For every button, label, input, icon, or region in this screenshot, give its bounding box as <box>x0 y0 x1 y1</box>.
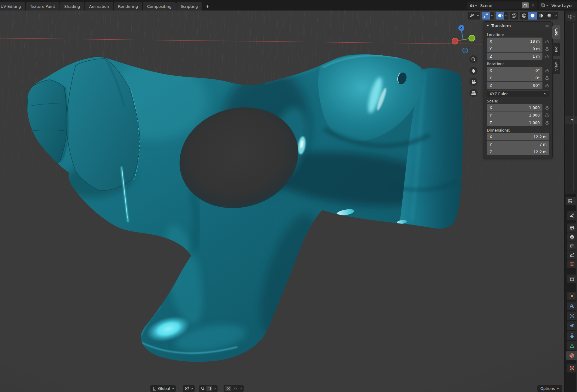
tab-scripting[interactable]: Scripting <box>176 2 202 11</box>
model-mesh[interactable] <box>27 54 463 362</box>
view-layer-name[interactable]: View Layer <box>550 3 573 8</box>
shading-material-preview-icon[interactable] <box>537 12 545 20</box>
dimensions-label: Dimensions: <box>487 127 549 133</box>
properties-tab-object[interactable] <box>567 292 577 300</box>
properties-editor-type-button[interactable] <box>566 197 576 205</box>
properties-tab-tool[interactable] <box>567 211 577 220</box>
sidebar-tab-tool[interactable]: Tool <box>552 43 560 56</box>
collapse-triangle-icon[interactable] <box>486 25 489 26</box>
panel-grip-icon[interactable] <box>545 25 549 27</box>
pan-button[interactable] <box>469 67 478 75</box>
physics-orbit-icon <box>569 323 575 328</box>
chevron-down-icon[interactable] <box>554 12 558 20</box>
chevron-down-icon[interactable] <box>490 12 494 20</box>
dimensions-z-field[interactable]: Z12.2 m <box>487 148 549 155</box>
outliner-editor-type-button[interactable] <box>566 13 576 21</box>
lock-icon[interactable] <box>545 68 549 72</box>
tab-rendering[interactable]: Rendering <box>114 2 142 11</box>
tab-animation[interactable]: Animation <box>85 2 113 11</box>
chevron-down-icon[interactable] <box>213 388 216 390</box>
sidebar-tab-view[interactable]: View <box>552 59 560 74</box>
rotation-z-field[interactable]: Z90° <box>487 82 542 89</box>
gizmo-x-axis-ball[interactable] <box>452 38 458 44</box>
3d-viewport[interactable]: Z <box>0 11 564 392</box>
properties-tab-world[interactable] <box>567 260 577 268</box>
rotation-mode-dropdown[interactable]: XYZ Euler <box>487 90 549 97</box>
properties-tab-physics[interactable] <box>567 321 577 330</box>
transform-panel-header[interactable]: Transform <box>483 22 552 29</box>
pivot-point-selector[interactable] <box>183 385 195 392</box>
proportional-falloff-icon[interactable] <box>233 387 238 390</box>
properties-tab-constraints[interactable] <box>567 331 577 340</box>
lock-icon[interactable] <box>545 39 549 43</box>
properties-tab-view-layer[interactable] <box>567 242 577 250</box>
properties-tab-particles[interactable] <box>567 311 577 320</box>
properties-tab-modifiers[interactable] <box>567 302 577 310</box>
scale-x-field[interactable]: X1.000 <box>487 104 542 111</box>
add-workspace-button[interactable]: + <box>203 2 213 11</box>
sidebar-tab-item[interactable]: Item <box>552 25 560 39</box>
unlink-scene-button[interactable] <box>530 4 536 7</box>
orthographic-toggle-button[interactable] <box>469 89 478 97</box>
lock-icon[interactable] <box>545 84 549 87</box>
object-type-visibility-icon[interactable] <box>468 12 476 20</box>
view-layer-icon[interactable] <box>539 2 550 9</box>
lock-icon[interactable] <box>545 106 549 110</box>
chevron-down-icon[interactable] <box>476 12 480 20</box>
snap-target-icon[interactable] <box>206 386 212 391</box>
shading-solid-icon[interactable] <box>528 12 537 20</box>
lock-icon[interactable] <box>545 76 549 80</box>
properties-tab-object-data[interactable] <box>567 341 577 350</box>
chevron-down-icon <box>475 5 477 6</box>
outliner-expand-icon[interactable] <box>570 119 574 121</box>
rotation-x-field[interactable]: X0° <box>487 67 542 74</box>
chevron-down-icon <box>573 200 575 202</box>
location-z-field[interactable]: Z1 m <box>487 53 542 60</box>
location-y-field[interactable]: Y0 m <box>487 45 542 52</box>
chevron-down-icon[interactable] <box>504 12 508 20</box>
properties-tab-collection[interactable] <box>567 275 577 283</box>
lock-icon[interactable] <box>545 121 549 125</box>
scale-y-field[interactable]: Y1.000 <box>487 111 542 119</box>
navigation-gizmo[interactable]: Z <box>452 25 475 53</box>
shading-wireframe-icon[interactable] <box>520 12 528 20</box>
tab-texture-paint[interactable]: Texture Paint <box>26 2 60 11</box>
scale-z-field[interactable]: Z1.000 <box>487 119 542 126</box>
properties-tab-render[interactable] <box>567 223 577 232</box>
properties-tab-texture[interactable] <box>567 364 577 372</box>
tab-uv-editing[interactable]: UV Editing <box>0 2 25 11</box>
tab-compositing[interactable]: Compositing <box>143 2 176 11</box>
outliner-editor <box>564 11 577 194</box>
shading-rendered-icon[interactable] <box>545 12 554 20</box>
new-scene-button[interactable] <box>522 2 529 8</box>
tab-shading[interactable]: Shading <box>60 2 84 11</box>
show-overlays-toggle[interactable] <box>496 12 504 20</box>
options-button[interactable]: Options <box>537 385 562 392</box>
snap-magnet-icon[interactable] <box>201 387 205 391</box>
dimensions-x-field[interactable]: X12.2 m <box>487 133 549 140</box>
lock-icon[interactable] <box>545 54 549 58</box>
location-label: Location: <box>487 32 549 38</box>
properties-tab-material[interactable] <box>566 351 577 360</box>
dimensions-y-field[interactable]: Y7 m <box>487 141 549 148</box>
camera-view-button[interactable] <box>469 78 478 86</box>
lock-icon[interactable] <box>545 113 549 117</box>
mesh-data-icon <box>569 343 575 348</box>
printer-icon <box>569 235 575 239</box>
properties-tab-output[interactable] <box>567 232 577 241</box>
chevron-down-icon[interactable] <box>240 388 242 390</box>
zoom-button[interactable] <box>469 55 478 63</box>
lock-icon[interactable] <box>545 47 549 51</box>
properties-tab-scene[interactable] <box>567 251 577 259</box>
show-gizmos-toggle[interactable] <box>482 12 490 20</box>
scene-name[interactable]: Scene <box>478 3 522 8</box>
texture-checker-icon <box>570 366 575 371</box>
proportional-editing-icon[interactable] <box>225 386 231 391</box>
scene-icon[interactable] <box>467 2 478 9</box>
toggle-xray-button[interactable] <box>510 12 518 20</box>
location-x-field[interactable]: X18 m <box>487 38 542 45</box>
gizmo-y-axis-ball[interactable] <box>469 35 475 41</box>
gizmo-z-neg-ball[interactable] <box>463 48 468 53</box>
transform-orientation-selector[interactable]: Global <box>150 385 176 392</box>
rotation-y-field[interactable]: Y0° <box>487 74 542 81</box>
